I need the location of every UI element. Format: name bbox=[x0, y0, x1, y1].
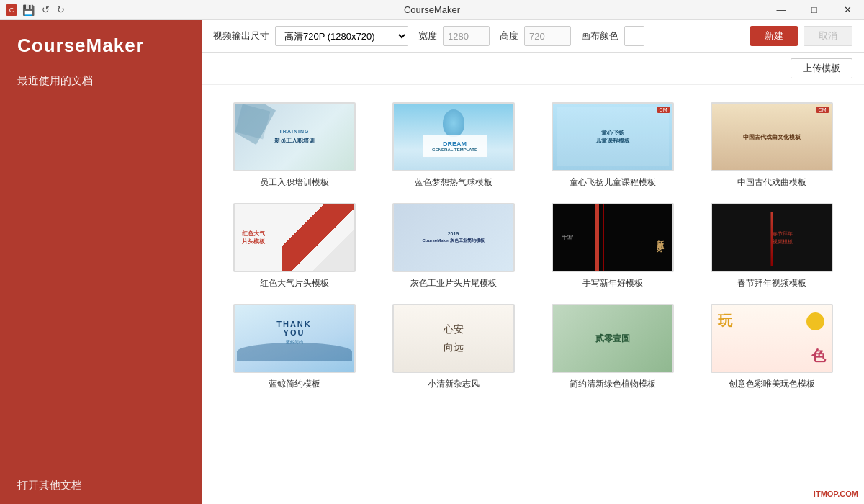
app-icon-small: C bbox=[6, 4, 17, 16]
template-thumb: 春节拜年视频模板 bbox=[711, 203, 833, 272]
height-input[interactable] bbox=[524, 26, 571, 46]
canvas-color-picker[interactable] bbox=[624, 26, 644, 46]
template-item[interactable]: TRAINING 新员工入职培训 员工入职培训模板 bbox=[216, 96, 372, 194]
template-item[interactable]: CM 中国古代戏曲文化模板 中国古代戏曲模板 bbox=[693, 96, 850, 194]
undo-icon[interactable]: ↺ bbox=[40, 4, 52, 15]
new-button[interactable]: 新建 bbox=[750, 26, 798, 46]
template-thumb: 2019 CourseMaker灰色工业简约模板 bbox=[392, 203, 515, 272]
template-item[interactable]: DREAM GENERAL TEMPLATE 蓝色梦想热气球模板 bbox=[375, 96, 531, 194]
height-label: 高度 bbox=[500, 30, 518, 42]
template-item[interactable]: 春节拜年视频模板 春节拜年视频模板 bbox=[693, 197, 850, 295]
template-thumb: 玩 色 bbox=[711, 304, 833, 373]
resolution-label: 视频输出尺寸 bbox=[213, 30, 269, 42]
width-label: 宽度 bbox=[418, 30, 437, 42]
template-label: 手写新年好模板 bbox=[582, 277, 643, 289]
redo-icon[interactable]: ↻ bbox=[55, 4, 67, 15]
sidebar: CourseMaker 最近使用的文档 打开其他文档 bbox=[0, 20, 202, 504]
template-item[interactable]: 2019 CourseMaker灰色工业简约模板 灰色工业片头片尾模板 bbox=[375, 197, 531, 295]
template-label: 灰色工业片头片尾模板 bbox=[410, 277, 497, 289]
template-item[interactable]: 贰零壹圆 简约清新绿色植物模板 bbox=[534, 298, 690, 396]
template-thumb: DREAM GENERAL TEMPLATE bbox=[392, 102, 515, 171]
app-window: C 💾 ↺ ↻ CourseMaker — □ ✕ CourseMaker 最近… bbox=[0, 0, 864, 504]
cancel-button[interactable]: 取消 bbox=[804, 26, 852, 46]
minimize-btn[interactable]: — bbox=[765, 0, 798, 20]
template-label: 春节拜年视频模板 bbox=[737, 277, 806, 289]
template-item[interactable]: THANK YOU 蓝鲸简约 蓝鲸简约模板 bbox=[216, 298, 372, 396]
upload-template-button[interactable]: 上传模板 bbox=[791, 58, 852, 78]
resolution-select[interactable]: 高清720P (1280x720) 高清1080P (1920x1080) 4K… bbox=[275, 26, 408, 46]
template-label: 小清新杂志风 bbox=[428, 378, 480, 390]
titlebar: C 💾 ↺ ↻ CourseMaker — □ ✕ bbox=[0, 0, 864, 20]
template-label: 蓝鲸简约模板 bbox=[269, 378, 320, 390]
template-thumb: TRAINING 新员工入职培训 bbox=[233, 102, 356, 171]
maximize-btn[interactable]: □ bbox=[798, 0, 831, 20]
sidebar-item-open[interactable]: 打开其他文档 bbox=[0, 467, 202, 504]
width-input[interactable] bbox=[443, 26, 490, 46]
template-item[interactable]: 童心飞扬儿童课程模板 CM 童心飞扬儿童课程模板 bbox=[534, 96, 690, 194]
template-item[interactable]: 心安向远 小清新杂志风 bbox=[375, 298, 531, 396]
template-thumb: 新年好 手写 bbox=[552, 203, 674, 272]
titlebar-title: CourseMaker bbox=[404, 4, 460, 15]
template-label: 蓝色梦想热气球模板 bbox=[415, 176, 492, 189]
template-label: 红色大气片头模板 bbox=[260, 277, 329, 289]
save-icon[interactable]: 💾 bbox=[20, 4, 37, 16]
template-item[interactable]: 玩 色 创意色彩唯美玩色模板 bbox=[693, 298, 850, 396]
template-label: 简约清新绿色植物模板 bbox=[570, 378, 656, 390]
template-thumb: 童心飞扬儿童课程模板 CM bbox=[552, 102, 674, 171]
template-thumb: CM 中国古代戏曲文化模板 bbox=[711, 102, 833, 171]
close-btn[interactable]: ✕ bbox=[831, 0, 864, 20]
titlebar-left-controls: C 💾 ↺ ↻ bbox=[0, 4, 67, 16]
template-item[interactable]: 红色大气片头模板 红色大气片头模板 bbox=[216, 197, 372, 295]
templates-grid: TRAINING 新员工入职培训 员工入职培训模板 DREAM bbox=[202, 85, 864, 408]
template-item[interactable]: 新年好 手写 手写新年好模板 bbox=[534, 197, 690, 295]
template-label: 创意色彩唯美玩色模板 bbox=[729, 378, 815, 390]
template-label: 童心飞扬儿童课程模板 bbox=[570, 176, 656, 189]
template-label: 中国古代戏曲模板 bbox=[737, 176, 806, 189]
template-thumb: 红色大气片头模板 bbox=[233, 203, 356, 272]
template-label: 员工入职培训模板 bbox=[260, 176, 329, 189]
template-thumb: THANK YOU 蓝鲸简约 bbox=[233, 304, 356, 373]
sidebar-logo: CourseMaker bbox=[0, 20, 202, 64]
upload-row: 上传模板 bbox=[202, 53, 864, 85]
itmop-watermark: ITMOP.COM bbox=[814, 490, 858, 498]
window-controls: — □ ✕ bbox=[765, 0, 864, 20]
sidebar-item-recent[interactable]: 最近使用的文档 bbox=[0, 64, 202, 98]
template-thumb: 贰零壹圆 bbox=[552, 304, 674, 373]
template-thumb: 心安向远 bbox=[392, 304, 515, 373]
toolbar: 视频输出尺寸 高清720P (1280x720) 高清1080P (1920x1… bbox=[202, 20, 864, 53]
content-area: 上传模板 TRAINING 新员工入职培训 bbox=[202, 53, 864, 504]
main-panel: 视频输出尺寸 高清720P (1280x720) 高清1080P (1920x1… bbox=[202, 20, 864, 504]
canvas-color-label: 画布颜色 bbox=[581, 30, 618, 42]
